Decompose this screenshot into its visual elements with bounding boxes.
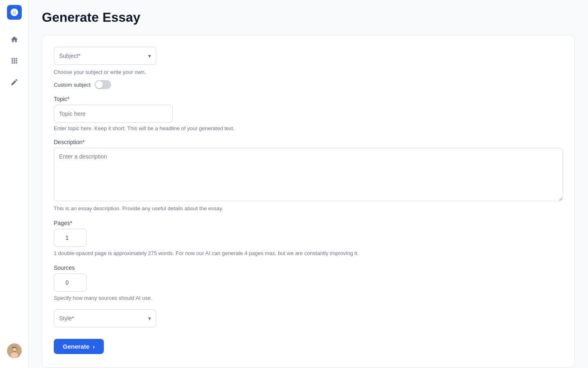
sidebar-nav bbox=[7, 32, 22, 90]
style-chevron-icon: ▾ bbox=[148, 315, 151, 322]
topic-hint: Enter topic here. Keep it short. This wi… bbox=[54, 125, 563, 131]
subject-helper: Choose your subject or write your own. bbox=[54, 69, 563, 75]
pages-hint: 1 double-spaced page is approximately 27… bbox=[54, 250, 563, 256]
topic-input[interactable] bbox=[54, 105, 173, 123]
sidebar bbox=[0, 0, 29, 368]
description-hint: This is an essay description. Provide an… bbox=[54, 205, 563, 212]
apps-icon bbox=[10, 57, 18, 65]
logo-icon bbox=[10, 8, 19, 17]
main-content: Generate Essay Subject* ▾ Choose your su… bbox=[29, 0, 588, 368]
svg-point-5 bbox=[10, 352, 18, 358]
sources-hint: Specify how many sources should AI use. bbox=[54, 295, 563, 301]
sidebar-item-apps[interactable] bbox=[7, 53, 22, 68]
sources-input[interactable] bbox=[58, 279, 82, 286]
custom-subject-label: Custom subject bbox=[54, 82, 91, 88]
generate-arrow-icon: › bbox=[93, 343, 95, 350]
sources-input-wrapper bbox=[54, 274, 87, 292]
style-dropdown[interactable]: Style* ▾ bbox=[54, 309, 156, 327]
custom-subject-toggle[interactable] bbox=[95, 80, 111, 89]
pages-input-wrapper bbox=[54, 229, 87, 247]
generate-label: Generate bbox=[63, 343, 89, 350]
home-icon bbox=[10, 35, 18, 44]
sidebar-item-write[interactable] bbox=[7, 75, 22, 90]
sources-label: Sources bbox=[54, 264, 563, 271]
topic-label: Topic* bbox=[54, 96, 563, 102]
pages-input[interactable] bbox=[58, 235, 82, 241]
description-textarea[interactable] bbox=[54, 148, 563, 201]
write-icon bbox=[10, 78, 18, 86]
subject-placeholder: Subject* bbox=[59, 53, 80, 59]
sidebar-item-home[interactable] bbox=[7, 32, 22, 47]
pages-label: Pages* bbox=[54, 220, 563, 226]
user-avatar[interactable] bbox=[7, 343, 22, 358]
subject-dropdown[interactable]: Subject* ▾ bbox=[54, 47, 156, 65]
avatar-icon bbox=[7, 343, 22, 358]
description-label: Description* bbox=[54, 139, 563, 145]
chevron-down-icon: ▾ bbox=[148, 53, 151, 59]
page-title: Generate Essay bbox=[42, 10, 575, 25]
form-card: Subject* ▾ Choose your subject or write … bbox=[42, 35, 575, 368]
style-placeholder: Style* bbox=[59, 315, 74, 322]
app-logo[interactable] bbox=[7, 5, 22, 20]
generate-button[interactable]: Generate › bbox=[54, 339, 104, 354]
custom-subject-row: Custom subject bbox=[54, 80, 563, 89]
